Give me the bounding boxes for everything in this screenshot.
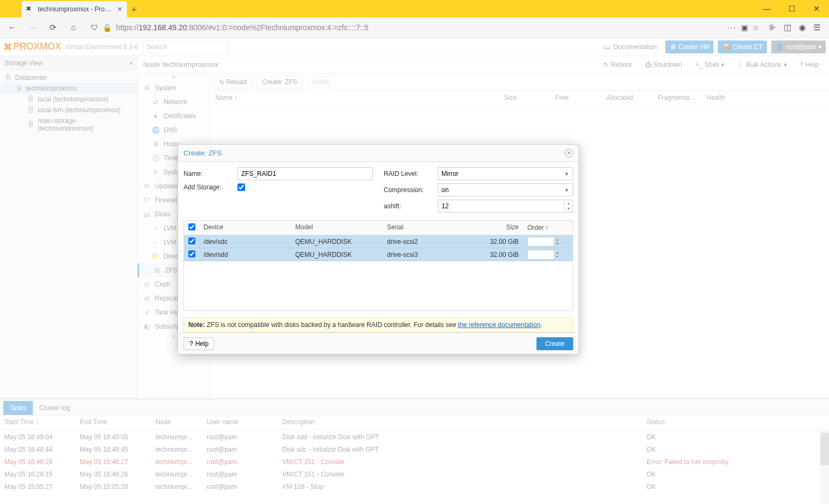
reload-button[interactable]: ⟳	[45, 20, 60, 35]
ashift-spinner[interactable]: ▲▼	[438, 200, 573, 213]
zfs-note: Note: ZFS is not compatible with disks b…	[184, 317, 573, 332]
name-input[interactable]	[237, 167, 373, 180]
order-input[interactable]	[527, 250, 554, 260]
disk-table: Device Model Serial Size Order ↑ /dev/sd…	[184, 220, 573, 311]
tab-title: techniumproxmox - Proxmox V	[38, 5, 114, 13]
modal-help-button[interactable]: ? Help	[184, 337, 214, 350]
window-controls: — ☐ ✕	[755, 0, 829, 17]
close-window-button[interactable]: ✕	[804, 0, 829, 17]
tab-close-icon[interactable]: ✕	[117, 5, 123, 13]
modal-close-button[interactable]: ✕	[565, 149, 573, 158]
modal-header: Create: ZFS ✕	[178, 145, 579, 162]
add-storage-checkbox[interactable]	[237, 183, 245, 191]
ashift-label: ashift:	[384, 202, 438, 210]
disk-checkbox[interactable]	[188, 250, 195, 257]
compression-label: Compression:	[384, 186, 438, 194]
shield-icon: 🛡	[91, 23, 98, 32]
disk-row[interactable]: /dev/sdcQEMU_HARDDISKdrive-scsi232.00 Gi…	[184, 235, 573, 248]
menu-icon[interactable]: ☰	[813, 23, 820, 32]
reference-doc-link[interactable]: the reference documentation	[458, 321, 541, 329]
modal-create-button[interactable]: Create	[536, 337, 573, 350]
col-device[interactable]: Device	[199, 221, 291, 235]
col-order[interactable]: Order ↑	[523, 221, 566, 235]
modal-title: Create: ZFS	[184, 149, 565, 157]
page-actions-icon[interactable]: ···	[727, 23, 737, 32]
bookmark-icon[interactable]: ☆	[752, 23, 759, 32]
col-disk-size[interactable]: Size	[474, 221, 523, 235]
disk-checkbox[interactable]	[188, 237, 195, 244]
home-button[interactable]: ⌂	[66, 20, 81, 35]
raid-label: RAID Level:	[384, 170, 438, 178]
disk-row[interactable]: /dev/sddQEMU_HARDDISKdrive-scsi332.00 Gi…	[184, 248, 573, 261]
url-bar[interactable]: 🛡 🔒 https://192.168.49.20:8006/#v1:0:=no…	[86, 23, 764, 32]
tab-favicon-icon: ✖	[26, 5, 35, 13]
library-icon[interactable]: ⊪	[769, 23, 776, 32]
reader-icon[interactable]: ▣	[741, 23, 748, 32]
browser-toolbar: ← → ⟳ ⌂ 🛡 🔒 https://192.168.49.20:8006/#…	[0, 17, 829, 38]
col-model[interactable]: Model	[291, 221, 383, 235]
create-zfs-modal: Create: ZFS ✕ Name: Add Storage: RAID Le…	[178, 144, 579, 355]
maximize-button[interactable]: ☐	[779, 0, 804, 17]
add-storage-label: Add Storage:	[184, 183, 237, 191]
compression-select[interactable]: on▼	[438, 183, 573, 196]
account-icon[interactable]: ◉	[799, 23, 806, 32]
minimize-button[interactable]: —	[755, 0, 779, 17]
name-label: Name:	[184, 170, 237, 178]
raid-level-select[interactable]: Mirror▼	[438, 167, 573, 180]
browser-tab[interactable]: ✖ techniumproxmox - Proxmox V ✕	[22, 1, 127, 17]
back-button[interactable]: ←	[4, 20, 19, 35]
tab-strip: ✖ techniumproxmox - Proxmox V ✕ + — ☐ ✕	[0, 0, 829, 17]
sidebar-icon[interactable]: ◫	[784, 23, 791, 32]
new-tab-button[interactable]: +	[131, 4, 140, 13]
browser-chrome: ✖ techniumproxmox - Proxmox V ✕ + — ☐ ✕ …	[0, 0, 829, 38]
order-input[interactable]	[527, 237, 554, 247]
url-text: https://192.168.49.20:8006/#v1:0:=node%2…	[116, 23, 723, 32]
col-serial[interactable]: Serial	[383, 221, 474, 235]
toolbar-right: ⊪ ◫ ◉ ☰	[769, 23, 825, 32]
lock-icon: 🔒	[103, 23, 112, 32]
forward-button[interactable]: →	[25, 20, 40, 35]
modal-footer: ? Help Create	[178, 332, 579, 354]
col-checkbox[interactable]	[184, 221, 199, 235]
